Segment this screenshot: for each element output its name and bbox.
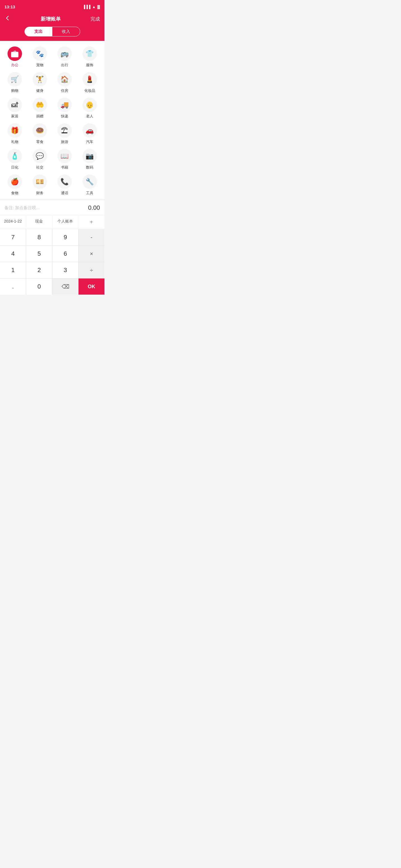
tab-expense[interactable]: 支出 xyxy=(25,27,52,36)
status-time: 13:13 xyxy=(4,4,15,9)
category-label-shopping: 购物 xyxy=(11,88,18,93)
numpad-key-divide[interactable]: ÷ xyxy=(79,262,105,278)
category-icon-express: 🚚 xyxy=(57,98,72,112)
tab-income[interactable]: 收入 xyxy=(52,27,80,36)
numpad-key-1[interactable]: 1 xyxy=(0,262,26,278)
numpad-key-2[interactable]: 2 xyxy=(26,262,52,278)
numpad-key-multiply[interactable]: × xyxy=(79,246,105,262)
category-icon-donation: 🤲 xyxy=(33,98,47,112)
numpad-key-5[interactable]: 5 xyxy=(26,246,52,262)
status-icons: ▐▐▐ ▲ ▓ xyxy=(83,5,100,9)
category-label-elderly: 老人 xyxy=(86,114,93,119)
category-icon-books: 📖 xyxy=(57,149,72,163)
page-title: 新增账单 xyxy=(41,16,61,22)
category-item-social[interactable]: 💬社交 xyxy=(27,148,52,171)
category-label-social: 社交 xyxy=(36,165,44,170)
category-item-cosmetics[interactable]: 💄化妆品 xyxy=(77,71,102,94)
numpad-key-0[interactable]: 0 xyxy=(26,278,52,294)
add-info-button[interactable]: + xyxy=(78,216,105,229)
category-label-finance: 财务 xyxy=(36,191,44,195)
category-label-digital: 数码 xyxy=(86,165,93,170)
category-item-furniture[interactable]: 🛋家居 xyxy=(2,96,27,120)
category-label-gift: 礼物 xyxy=(11,140,18,145)
category-item-fitness[interactable]: 🏋健身 xyxy=(27,71,52,94)
category-label-express: 快递 xyxy=(61,114,68,119)
numpad: 789-456×123÷.0⌫OK xyxy=(0,229,105,294)
tab-container: 支出 收入 xyxy=(0,27,105,41)
category-item-clothing[interactable]: 👕服饰 xyxy=(77,45,102,69)
numpad-key-7[interactable]: 7 xyxy=(0,229,26,245)
category-icon-office: 💼 xyxy=(7,46,22,61)
category-icon-tools: 🔧 xyxy=(82,175,97,189)
category-label-tourism: 旅游 xyxy=(61,140,68,145)
category-item-tools[interactable]: 🔧工具 xyxy=(77,173,102,197)
done-button[interactable]: 完成 xyxy=(90,16,100,22)
category-item-finance[interactable]: 💴财务 xyxy=(27,173,52,197)
category-icon-finance: 💴 xyxy=(33,175,47,189)
category-icon-travel: 🚌 xyxy=(57,46,72,61)
category-item-phone[interactable]: 📞通话 xyxy=(52,173,78,197)
category-item-office[interactable]: 💼办公 xyxy=(2,45,27,69)
category-item-books[interactable]: 📖书籍 xyxy=(52,148,78,171)
header: 新增账单 完成 xyxy=(0,12,105,27)
tab-group: 支出 收入 xyxy=(25,27,80,36)
category-label-travel: 出行 xyxy=(61,63,68,68)
numpad-key-minus[interactable]: - xyxy=(79,229,105,245)
category-item-pet[interactable]: 🐾宠物 xyxy=(27,45,52,69)
category-icon-social: 💬 xyxy=(33,149,47,163)
note-placeholder[interactable]: 备注: 加点备注呗... xyxy=(4,205,39,211)
numpad-key-6[interactable]: 6 xyxy=(52,246,78,262)
signal-icon: ▐▐▐ xyxy=(83,5,90,9)
category-label-housing: 住房 xyxy=(61,88,68,93)
category-icon-tourism: ⛱ xyxy=(57,123,72,138)
category-label-donation: 捐赠 xyxy=(36,114,44,119)
numpad-key-dot[interactable]: . xyxy=(0,278,26,294)
category-item-food[interactable]: 🍎食物 xyxy=(2,173,27,197)
battery-icon: ▓ xyxy=(97,5,100,9)
category-label-fitness: 健身 xyxy=(36,88,44,93)
numpad-key-9[interactable]: 9 xyxy=(52,229,78,245)
category-item-snack[interactable]: 🍩零食 xyxy=(27,122,52,146)
numpad-key-3[interactable]: 3 xyxy=(52,262,78,278)
account-cell[interactable]: 个人账本 xyxy=(52,216,79,229)
category-label-daily: 日化 xyxy=(11,165,18,170)
back-button[interactable] xyxy=(4,15,10,23)
category-icon-digital: 📷 xyxy=(82,149,97,163)
category-label-cosmetics: 化妆品 xyxy=(84,88,95,93)
category-item-donation[interactable]: 🤲捐赠 xyxy=(27,96,52,120)
category-grid: 💼办公🐾宠物🚌出行👕服饰🛒购物🏋健身🏠住房💄化妆品🛋家居🤲捐赠🚚快递👴老人🎁礼物… xyxy=(0,41,105,199)
category-icon-furniture: 🛋 xyxy=(7,98,22,112)
category-icon-gift: 🎁 xyxy=(7,123,22,138)
category-item-express[interactable]: 🚚快递 xyxy=(52,96,78,120)
category-item-gift[interactable]: 🎁礼物 xyxy=(2,122,27,146)
category-icon-phone: 📞 xyxy=(57,175,72,189)
status-bar: 13:13 ▐▐▐ ▲ ▓ xyxy=(0,0,105,12)
category-item-elderly[interactable]: 👴老人 xyxy=(77,96,102,120)
category-label-clothing: 服饰 xyxy=(86,63,93,68)
note-amount-row: 备注: 加点备注呗... 0.00 xyxy=(0,200,105,215)
wifi-icon: ▲ xyxy=(92,5,96,9)
pay-method-cell[interactable]: 现金 xyxy=(26,216,52,229)
amount-display: 0.00 xyxy=(88,204,100,211)
category-icon-fitness: 🏋 xyxy=(33,72,47,87)
category-item-car[interactable]: 🚗汽车 xyxy=(77,122,102,146)
category-label-office: 办公 xyxy=(11,63,18,68)
category-label-furniture: 家居 xyxy=(11,114,18,119)
numpad-key-8[interactable]: 8 xyxy=(26,229,52,245)
category-icon-cosmetics: 💄 xyxy=(82,72,97,87)
category-item-tourism[interactable]: ⛱旅游 xyxy=(52,122,78,146)
numpad-key-backspace[interactable]: ⌫ xyxy=(52,278,78,294)
category-label-phone: 通话 xyxy=(61,191,68,195)
category-icon-car: 🚗 xyxy=(82,123,97,138)
numpad-key-ok[interactable]: OK xyxy=(79,278,105,294)
category-icon-snack: 🍩 xyxy=(33,123,47,138)
numpad-key-4[interactable]: 4 xyxy=(0,246,26,262)
category-item-shopping[interactable]: 🛒购物 xyxy=(2,71,27,94)
category-item-daily[interactable]: 🧴日化 xyxy=(2,148,27,171)
category-item-digital[interactable]: 📷数码 xyxy=(77,148,102,171)
info-row: 2024-1-22 现金 个人账本 + xyxy=(0,215,105,229)
category-item-travel[interactable]: 🚌出行 xyxy=(52,45,78,69)
category-item-housing[interactable]: 🏠住房 xyxy=(52,71,78,94)
date-cell[interactable]: 2024-1-22 xyxy=(0,216,26,229)
category-icon-pet: 🐾 xyxy=(33,46,47,61)
